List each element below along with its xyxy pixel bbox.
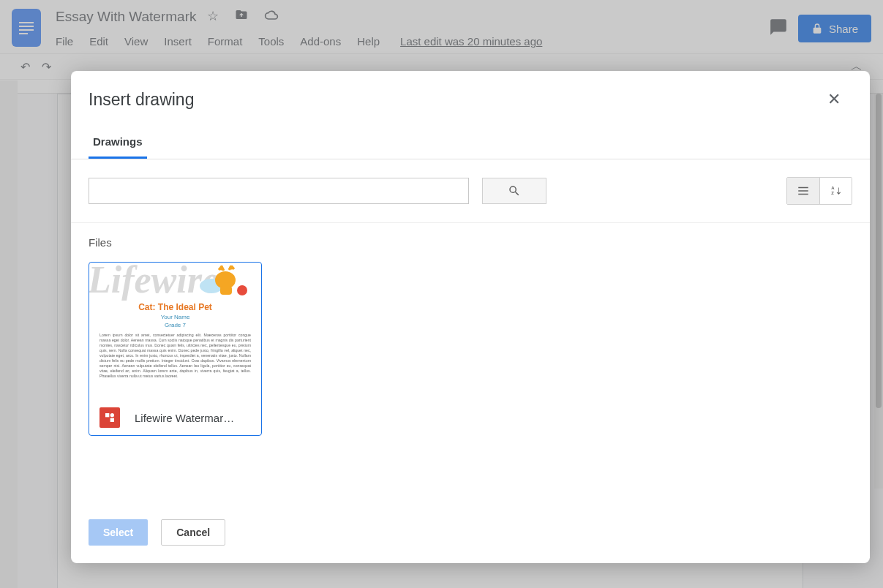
dialog-title: Insert drawing — [89, 90, 194, 110]
thumb-grade-line: Grade 7 — [97, 322, 254, 328]
search-button[interactable] — [482, 178, 546, 204]
svg-rect-7 — [110, 418, 114, 422]
select-button[interactable]: Select — [89, 519, 148, 546]
sort-az-icon: A Z — [830, 184, 843, 197]
svg-point-8 — [110, 413, 114, 417]
svg-rect-4 — [220, 286, 232, 295]
drawings-file-icon — [99, 407, 120, 428]
sort-az-button[interactable]: A Z — [819, 178, 852, 204]
file-name: Lifewire Watermar… — [135, 412, 234, 424]
cancel-button[interactable]: Cancel — [161, 519, 225, 546]
svg-text:Z: Z — [831, 191, 834, 195]
view-toggle: A Z — [786, 177, 852, 205]
svg-rect-6 — [105, 413, 109, 417]
close-icon[interactable]: ✕ — [822, 88, 846, 110]
thumb-title: Cat: The Ideal Pet — [97, 302, 254, 312]
thumb-cat-illustration — [198, 265, 249, 302]
list-view-button[interactable] — [787, 178, 819, 204]
file-thumbnail: Lifewire Cat: The Ideal Pet Your Name Gr… — [89, 263, 261, 400]
dialog-tabs: Drawings — [71, 121, 870, 159]
tab-drawings[interactable]: Drawings — [89, 129, 147, 159]
files-heading: Files — [89, 236, 852, 249]
svg-text:A: A — [831, 186, 835, 190]
search-icon — [508, 184, 521, 197]
search-input[interactable] — [89, 178, 469, 204]
file-card[interactable]: Lifewire Cat: The Ideal Pet Your Name Gr… — [89, 262, 262, 436]
thumb-body-text: Lorem ipsum dolor sit amet, consectetuer… — [97, 333, 254, 379]
search-row: A Z — [71, 159, 870, 223]
thumb-name-line: Your Name — [97, 314, 254, 320]
insert-drawing-dialog: Insert drawing ✕ Drawings A Z Fil — [71, 71, 870, 563]
list-icon — [797, 184, 810, 197]
svg-point-5 — [237, 285, 247, 295]
